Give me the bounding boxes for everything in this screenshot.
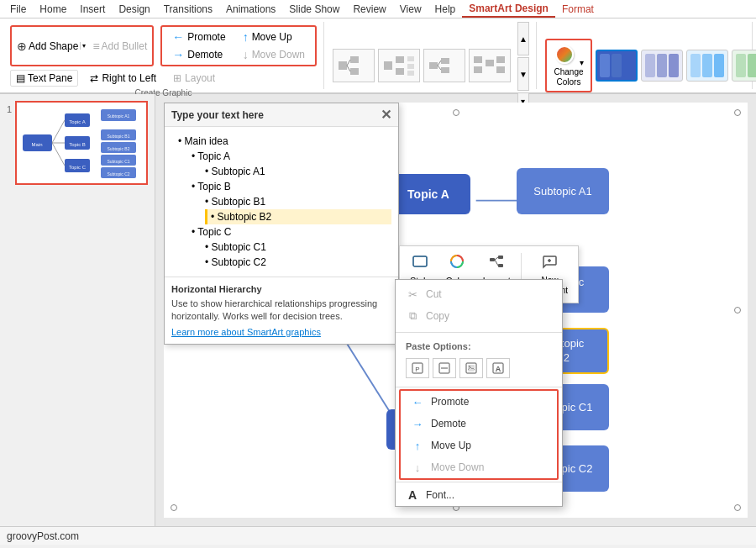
menu-slideshow[interactable]: Slide Show — [282, 2, 346, 17]
text-pane-item-subtopicb1[interactable]: • Subtopic B1 — [205, 194, 391, 209]
svg-text:Subtopic B1: Subtopic B1 — [108, 134, 130, 139]
smartart-info: Horizontal Hierarchy Use to show hierarc… — [165, 277, 398, 344]
add-shape-container: ⊕ Add Shape ▾ ≡ Add Bullet — [10, 25, 154, 66]
demote-label: Demote — [187, 49, 223, 61]
svg-rect-6 — [396, 56, 404, 63]
menu-bar: File Home Insert Design Transitions Anim… — [0, 0, 756, 18]
move-down-button[interactable]: ↓ Move Down — [238, 46, 310, 63]
layout-thumb-2[interactable] — [378, 49, 420, 82]
context-menu: ✂ Cut ⧉ Copy Paste Options: P — [395, 279, 563, 507]
context-move-up-label: Move Up — [431, 440, 471, 451]
subtopic-a1-node[interactable]: Subtopic A1 — [517, 168, 609, 214]
topic-a-node[interactable]: Topic A — [386, 174, 470, 214]
layouts-scroll-down[interactable]: ▼ — [517, 57, 529, 91]
cut-label: Cut — [426, 288, 442, 300]
change-colors-button[interactable]: ▾ Change Colors — [545, 39, 592, 92]
menu-design[interactable]: Design — [112, 2, 156, 17]
svg-line-41 — [52, 143, 65, 166]
text-pane-item-subtopicb2[interactable]: • Subtopic B2 — [205, 209, 391, 224]
text-pane-item-subtopica1[interactable]: • Subtopic A1 — [205, 164, 391, 179]
paste-options-header: Paste Options: — [396, 338, 562, 355]
text-pane-item-topicb[interactable]: • Topic B — [192, 179, 391, 194]
text-pane-header: Type your text here ✕ — [165, 103, 398, 127]
layout-thumb-3[interactable] — [423, 49, 465, 82]
svg-rect-55 — [498, 264, 503, 267]
add-bullet-label: Add Bullet — [102, 40, 148, 52]
menu-help[interactable]: Help — [428, 2, 463, 17]
style-thumb-3[interactable] — [686, 50, 728, 82]
create-graphic-group: ⊕ Add Shape ▾ ≡ Add Bullet ← — [3, 22, 324, 89]
create-graphic-content: ⊕ Add Shape ▾ ≡ Add Bullet ← — [10, 22, 317, 87]
text-pane-close-button[interactable]: ✕ — [381, 107, 391, 123]
demote-button[interactable]: → Demote — [167, 46, 230, 63]
context-menu-move-down[interactable]: ↓ Move Down — [401, 456, 557, 478]
menu-view[interactable]: View — [393, 2, 428, 17]
promote-button[interactable]: ← Promote — [167, 29, 230, 45]
smartart-info-link[interactable]: Learn more about SmartArt graphics — [171, 327, 321, 337]
context-menu-top-section: ✂ Cut ⧉ Copy — [396, 280, 562, 330]
context-demote-label: Demote — [431, 418, 466, 429]
add-shape-button[interactable]: ⊕ Add Shape ▾ — [13, 39, 89, 54]
layouts-scroll-up[interactable]: ▲ — [517, 22, 529, 55]
style-thumb-4[interactable] — [732, 50, 756, 82]
menu-animations[interactable]: Animations — [219, 2, 282, 17]
bottom-bar: groovyPost.com — [0, 526, 756, 545]
styles-row — [596, 50, 756, 82]
layout-thumb-4[interactable] — [469, 49, 511, 82]
style-thumb-2[interactable] — [641, 50, 683, 82]
menu-transitions[interactable]: Transitions — [157, 2, 219, 17]
text-pane-item-main[interactable]: • Main idea — [178, 134, 391, 149]
svg-rect-0 — [339, 61, 347, 70]
change-colors-label: Change Colors — [554, 67, 584, 87]
promote-demote-col: ← Promote → Demote — [167, 29, 230, 63]
text-pane-button[interactable]: ▤ Text Pane — [10, 70, 78, 87]
menu-file[interactable]: File — [3, 2, 33, 17]
promote-icon: ← — [172, 30, 184, 44]
cut-icon: ✂ — [406, 287, 419, 301]
svg-text:P: P — [415, 366, 419, 373]
right-to-left-button[interactable]: ⇄ Right to Left — [85, 71, 161, 86]
move-up-button[interactable]: ↑ Move Up — [238, 29, 310, 45]
svg-rect-8 — [407, 56, 414, 61]
highlight-section: ← Promote → Demote ↑ Move Up ↓ Move Down — [399, 389, 559, 480]
context-move-down-label: Move Down — [431, 461, 484, 473]
context-menu-copy[interactable]: ⧉ Copy — [396, 305, 562, 327]
paste-option-4[interactable]: A — [486, 358, 510, 378]
slide-thumbnail[interactable]: Main Topic A Topic B Topic C Subtopic A1… — [15, 101, 148, 185]
menu-smartart-design[interactable]: SmartArt Design — [462, 1, 555, 18]
context-menu-promote[interactable]: ← Promote — [401, 391, 557, 413]
svg-rect-50 — [413, 256, 427, 266]
svg-rect-20 — [496, 66, 505, 73]
bullet-dot: • — [205, 256, 212, 268]
menu-review[interactable]: Review — [346, 2, 392, 17]
subtopic-a1-label: Subtopic A1 — [533, 185, 591, 198]
paste-option-3[interactable] — [459, 358, 483, 378]
add-shape-dropdown-icon[interactable]: ▾ — [80, 42, 86, 50]
layout-thumb-1[interactable] — [333, 49, 375, 82]
text-pane-icon: ▤ — [16, 72, 25, 84]
copy-label: Copy — [426, 310, 449, 322]
text-pane-item-subtopicc1[interactable]: • Subtopic C1 — [205, 240, 391, 255]
text-pane-item-topicc[interactable]: • Topic C — [192, 224, 391, 240]
context-move-down-icon: ↓ — [411, 461, 424, 474]
style-thumb-1[interactable] — [596, 50, 638, 82]
menu-format[interactable]: Format — [555, 2, 601, 17]
style-icon — [412, 253, 428, 274]
paste-option-1[interactable]: P — [406, 358, 429, 378]
demote-icon: → — [172, 48, 184, 61]
paste-option-2[interactable] — [433, 358, 456, 378]
text-pane-item-topica[interactable]: • Topic A — [192, 149, 391, 164]
bullet-icon: ≡ — [92, 40, 99, 53]
bullet-dot: • — [178, 135, 185, 147]
add-bullet-button[interactable]: ≡ Add Bullet — [89, 39, 150, 54]
menu-home[interactable]: Home — [33, 2, 73, 17]
context-menu-demote[interactable]: → Demote — [401, 413, 557, 435]
context-menu-font[interactable]: A Font... — [396, 484, 562, 506]
menu-insert[interactable]: Insert — [73, 2, 112, 17]
text-pane-item-subtopicc2[interactable]: • Subtopic C2 — [205, 255, 391, 270]
svg-text:Topic C: Topic C — [69, 165, 87, 170]
layout-button[interactable]: ⊞ Layout — [168, 71, 220, 86]
site-label: groovyPost.com — [7, 530, 79, 542]
context-menu-cut[interactable]: ✂ Cut — [396, 283, 562, 305]
context-menu-move-up[interactable]: ↑ Move Up — [401, 435, 557, 456]
